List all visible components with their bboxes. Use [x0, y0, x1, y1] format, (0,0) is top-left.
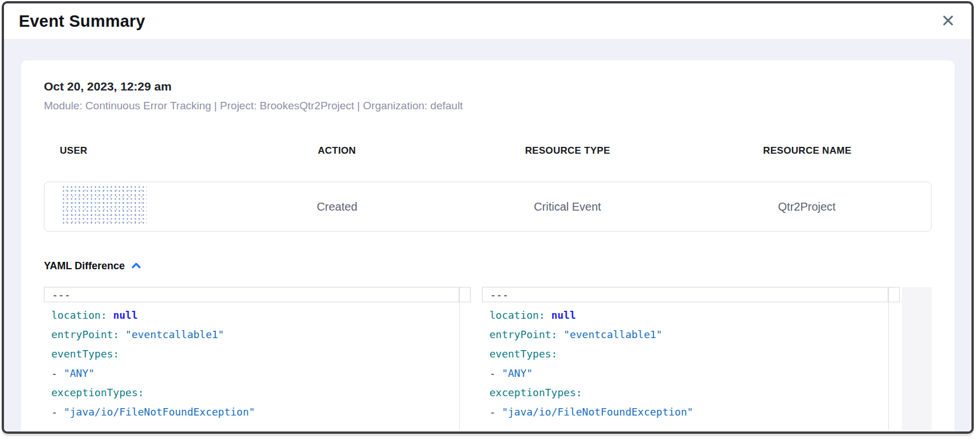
chevron-up-icon: [131, 261, 141, 272]
table-header-row: USER ACTION RESOURCE TYPE RESOURCE NAME: [44, 145, 932, 157]
yaml-code-line: location: null: [51, 306, 459, 325]
yaml-code-line: entryPoint: "eventcallable1": [489, 325, 888, 344]
yaml-right-scrollbar-top: [889, 287, 900, 302]
yaml-left-scrollbar-top: [460, 287, 471, 302]
yaml-right-gutter: [902, 287, 932, 430]
yaml-code-line: exceptionTypes:: [51, 383, 459, 402]
yaml-difference-label: YAML Difference: [44, 260, 125, 272]
yaml-panel-right-wrap: --- location: nullentryPoint: "eventcall…: [482, 287, 932, 430]
column-header-action: ACTION: [222, 145, 452, 157]
yaml-code-line: exceptionTypes:: [489, 383, 888, 402]
event-meta: Module: Continuous Error Tracking | Proj…: [44, 100, 932, 112]
yaml-code-line: entryPoint: "eventcallable1": [51, 325, 459, 344]
resource-type-cell: Critical Event: [452, 200, 683, 213]
column-header-resource-type: RESOURCE TYPE: [452, 145, 683, 157]
modal-body: Oct 20, 2023, 12:29 am Module: Continuou…: [4, 40, 971, 434]
user-cell: [44, 185, 222, 229]
yaml-left-document-start-line: ---: [44, 287, 459, 302]
close-button[interactable]: [940, 13, 957, 30]
yaml-left-scrollbar[interactable]: [459, 287, 471, 430]
modal-header: Event Summary: [4, 3, 971, 40]
redacted-user-avatar: [62, 185, 147, 226]
yaml-code-line: - "java/io/FileNotFoundException": [51, 402, 459, 422]
resource-name-cell: Qtr2Project: [683, 200, 931, 213]
yaml-panel-right-lines: location: nullentryPoint: "eventcallable…: [482, 302, 888, 430]
yaml-code-line: - "ANY": [51, 364, 459, 383]
column-header-user: USER: [44, 145, 222, 157]
yaml-code-line: location: null: [489, 306, 888, 325]
event-timestamp: Oct 20, 2023, 12:29 am: [44, 80, 932, 93]
column-header-resource-name: RESOURCE NAME: [683, 145, 932, 157]
yaml-code-line: eventTypes:: [51, 344, 459, 364]
action-cell: Created: [222, 200, 452, 213]
yaml-code-line: - "ANY": [489, 364, 888, 383]
yaml-right-document-start-line: ---: [482, 287, 888, 302]
table-row: Created Critical Event Qtr2Project: [44, 182, 932, 232]
yaml-diff-panels: --- location: nullentryPoint: "eventcall…: [44, 287, 932, 430]
yaml-code-line: - "java/io/FileNotFoundException": [489, 402, 888, 422]
yaml-code-line: eventTypes:: [489, 344, 888, 364]
modal-window: Event Summary Oct 20, 2023, 12:29 am Mod…: [2, 1, 974, 434]
close-icon: [941, 14, 955, 29]
yaml-panel-left: --- location: nullentryPoint: "eventcall…: [44, 287, 471, 430]
yaml-right-scrollbar[interactable]: [888, 287, 900, 430]
yaml-panel-right: --- location: nullentryPoint: "eventcall…: [482, 287, 900, 430]
modal-title: Event Summary: [19, 12, 145, 31]
event-summary-card: Oct 20, 2023, 12:29 am Module: Continuou…: [21, 60, 954, 434]
yaml-panel-left-lines: location: nullentryPoint: "eventcallable…: [44, 302, 459, 430]
yaml-difference-toggle[interactable]: YAML Difference: [44, 260, 141, 272]
